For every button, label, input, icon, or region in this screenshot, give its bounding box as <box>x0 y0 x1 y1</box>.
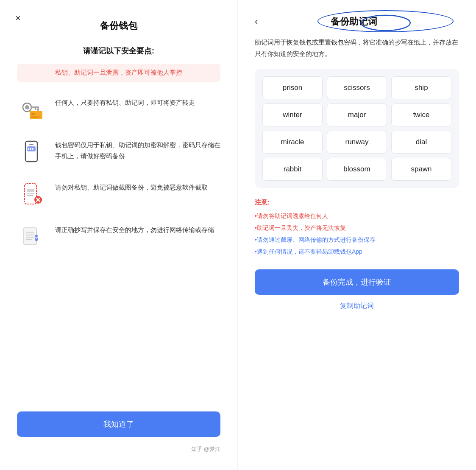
mnemonic-word-1: prison <box>262 76 323 99</box>
mnemonic-word-9: dial <box>391 131 451 154</box>
right-header: ‹ 备份助记词 <box>255 15 459 28</box>
svg-rect-2 <box>31 106 39 108</box>
tip-item-doc: 请正确抄写并保存在安全的地方，勿进行网络传输或存储 <box>17 221 220 252</box>
mnemonic-word-12: spawn <box>391 158 451 181</box>
document-icon <box>17 221 47 252</box>
right-panel: ‹ 备份助记词 助记词用于恢复钱包或重置钱包密码，将它准确的抄写在纸上，并存放在… <box>238 0 476 470</box>
mnemonic-word-10: rabbit <box>262 158 323 181</box>
right-title: 备份助记词 <box>331 16 377 27</box>
tip-item-screenshot: 请勿对私钥、助记词做截图备份，避免被恶意软件截取 <box>17 179 220 209</box>
mnemonic-word-7: miracle <box>262 131 323 154</box>
right-title-wrap: 备份助记词 <box>263 15 445 28</box>
tip-text-doc: 请正确抄写并保存在安全的地方，勿进行网络传输或存储 <box>55 221 214 235</box>
note-item-4: •遇到任何情况，请不要轻易卸载钱包App <box>255 246 459 257</box>
mnemonic-word-6: twice <box>391 104 451 126</box>
mnemonic-word-11: blossom <box>327 158 387 181</box>
svg-rect-3 <box>37 108 39 111</box>
svg-point-13 <box>32 148 33 150</box>
mnemonic-word-4: winter <box>262 104 323 126</box>
phone-password-icon <box>17 136 47 167</box>
notes-section: 注意: •请勿将助记词透露给任何人•助记词一旦丢失，资产将无法恢复•请勿通过截屏… <box>255 199 459 257</box>
mnemonic-word-2: scissors <box>327 76 387 99</box>
back-button[interactable]: ‹ <box>255 16 258 27</box>
verify-button[interactable]: 备份完成，进行验证 <box>255 269 459 295</box>
confirm-button[interactable]: 我知道了 <box>17 411 220 437</box>
svg-rect-5 <box>30 111 42 119</box>
svg-point-12 <box>30 148 31 150</box>
svg-rect-22 <box>24 228 36 245</box>
keycard-icon <box>17 94 47 124</box>
close-button[interactable]: × <box>15 13 21 24</box>
svg-rect-16 <box>27 189 34 192</box>
tip-text-phone: 钱包密码仅用于私钥、助记词的加密和解密，密码只存储在手机上，请做好密码备份 <box>55 136 220 161</box>
svg-point-1 <box>25 105 29 109</box>
notes-title: 注意: <box>255 199 459 207</box>
note-item-1: •请勿将助记词透露给任何人 <box>255 210 459 222</box>
note-item-3: •请勿通过截屏、网络传输的方式进行备份保存 <box>255 234 459 246</box>
warning-box: 私钥、助记词一旦泄露，资产即可被他人掌控 <box>17 64 220 82</box>
svg-point-11 <box>28 148 29 150</box>
mnemonic-grid: prisonscissorsshipwintermajortwicemiracl… <box>255 69 459 188</box>
svg-rect-6 <box>31 113 35 115</box>
left-watermark: 知乎 @梦江 <box>17 445 220 453</box>
right-description: 助记词用于恢复钱包或重置钱包密码，将它准确的抄写在纸上，并存放在只有你知道的安全… <box>255 36 459 59</box>
screenshot-icon <box>17 179 47 209</box>
svg-rect-4 <box>35 108 36 110</box>
left-panel: × 备份钱包 请谨记以下安全要点: 私钥、助记词一旦泄露，资产即可被他人掌控 任… <box>0 0 238 470</box>
left-title: 备份钱包 <box>17 20 220 32</box>
mnemonic-word-5: major <box>327 104 387 126</box>
mnemonic-word-3: ship <box>391 76 451 99</box>
tip-item-keycard: 任何人，只要持有私钥、助记词，即可将资产转走 <box>17 94 220 124</box>
tip-text-screenshot: 请勿对私钥、助记词做截图备份，避免被恶意软件截取 <box>55 179 208 193</box>
note-item-2: •助记词一旦丢失，资产将无法恢复 <box>255 222 459 234</box>
copy-mnemonic-link[interactable]: 复制助记词 <box>255 302 459 311</box>
left-subtitle: 请谨记以下安全要点: <box>17 46 220 56</box>
tip-item-phone: 钱包密码仅用于私钥、助记词的加密和解密，密码只存储在手机上，请做好密码备份 <box>17 136 220 167</box>
tip-text-keycard: 任何人，只要持有私钥、助记词，即可将资产转走 <box>55 94 195 108</box>
mnemonic-word-8: runway <box>327 131 387 154</box>
